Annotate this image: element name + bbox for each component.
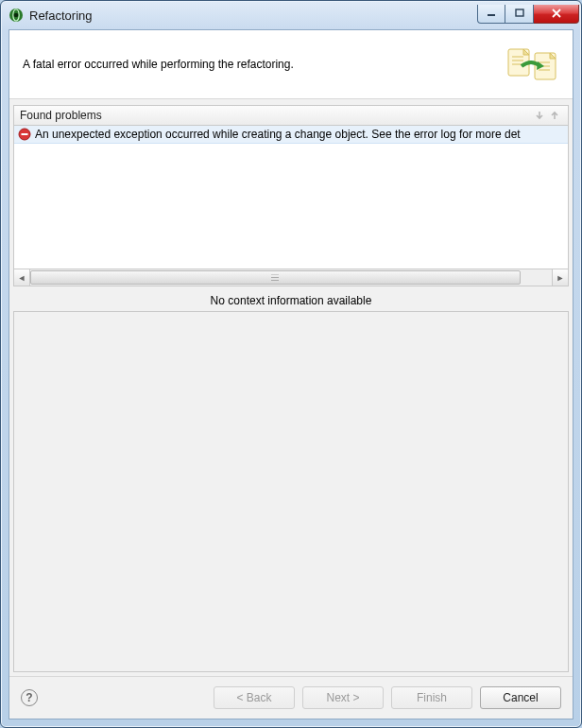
prev-problem-button[interactable] bbox=[547, 108, 562, 123]
scroll-thumb[interactable] bbox=[30, 270, 521, 285]
scroll-track[interactable] bbox=[30, 269, 552, 286]
next-button[interactable]: Next > bbox=[302, 686, 384, 709]
refactor-icon bbox=[506, 45, 559, 83]
refactoring-dialog: Refactoring A fatal error occurred while… bbox=[0, 0, 582, 728]
problems-list[interactable]: An unexpected exception occurred while c… bbox=[13, 126, 569, 269]
maximize-button[interactable] bbox=[505, 5, 534, 24]
window-title: Refactoring bbox=[29, 9, 92, 23]
back-button[interactable]: < Back bbox=[214, 686, 295, 709]
dialog-footer: ? < Back Next > Finish Cancel bbox=[9, 676, 573, 719]
app-icon bbox=[9, 8, 24, 23]
next-problem-button[interactable] bbox=[532, 108, 547, 123]
finish-button[interactable]: Finish bbox=[391, 686, 472, 709]
cancel-button[interactable]: Cancel bbox=[480, 686, 561, 709]
dialog-client: A fatal error occurred while performing … bbox=[9, 29, 573, 719]
svg-rect-14 bbox=[22, 133, 28, 135]
problems-header-label: Found problems bbox=[20, 109, 102, 122]
help-button[interactable]: ? bbox=[21, 689, 38, 706]
problems-horizontal-scrollbar[interactable]: ◄ ► bbox=[13, 269, 569, 286]
titlebar[interactable]: Refactoring bbox=[1, 1, 581, 29]
header-message: A fatal error occurred while performing … bbox=[23, 58, 506, 71]
scroll-right-button[interactable]: ► bbox=[552, 269, 568, 286]
svg-rect-4 bbox=[516, 9, 523, 16]
problem-text: An unexpected exception occurred while c… bbox=[35, 128, 521, 141]
scroll-left-button[interactable]: ◄ bbox=[14, 269, 30, 286]
svg-point-2 bbox=[14, 13, 19, 18]
problems-header: Found problems bbox=[13, 105, 569, 126]
problem-row[interactable]: An unexpected exception occurred while c… bbox=[14, 126, 568, 144]
context-area bbox=[13, 311, 569, 672]
minimize-button[interactable] bbox=[477, 5, 505, 24]
dialog-header: A fatal error occurred while performing … bbox=[9, 30, 573, 99]
context-empty-label: No context information available bbox=[13, 286, 569, 311]
error-icon bbox=[18, 128, 31, 141]
dialog-body: Found problems An une bbox=[9, 99, 573, 676]
window-controls bbox=[477, 5, 579, 24]
close-button[interactable] bbox=[534, 5, 579, 24]
